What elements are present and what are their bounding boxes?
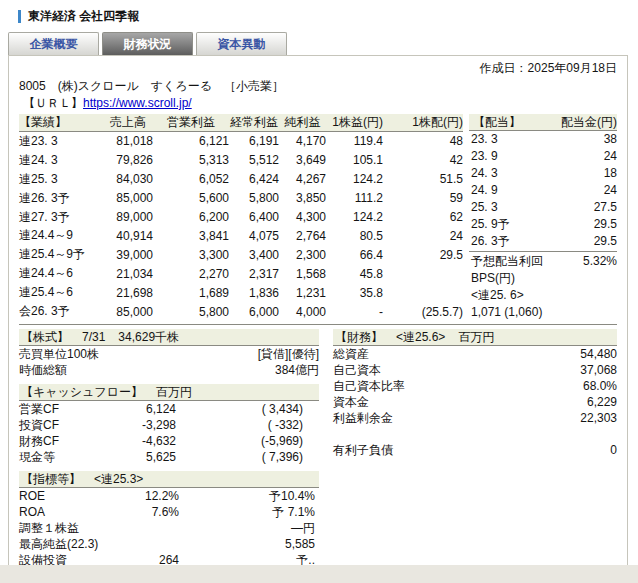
cashflow-header-title: 【キャッシュフロー】	[21, 384, 143, 400]
perf-header-net-profit: 純利益	[279, 114, 326, 132]
dividend-row: 23. 924	[469, 148, 617, 165]
indicators-header-title: 【指標等】	[21, 471, 81, 487]
finance-row: 自己資本比率68.0%	[333, 378, 617, 394]
perf-value-cell: 2,764	[279, 227, 326, 246]
url-label: 【ＵＲＬ】	[23, 96, 83, 110]
table-row: 連23. 381,0186,1216,1914,170119.448	[19, 132, 463, 151]
table-row: 連26. 3予85,0005,6005,8003,850111.259	[19, 189, 463, 208]
cashflow-row-label: 投資CF	[19, 417, 114, 433]
title-accent-bar	[18, 10, 21, 23]
perf-value-cell: 6,000	[229, 302, 279, 321]
finance-row-label: 自己資本比率	[333, 378, 405, 394]
cashflow-row-value: -4,632	[114, 433, 176, 449]
perf-period-cell: 連25.4～6	[19, 283, 103, 302]
dividend-yield-row: 予想配当利回 5.32%	[469, 253, 617, 270]
perf-value-cell: 4,075	[229, 227, 279, 246]
indicator-row: ROA7.6%予 7.1%	[19, 504, 319, 520]
dividend-period: 23. 3	[469, 131, 498, 148]
dividend-amount: 29.5	[594, 216, 617, 233]
content-box: 作成日：2025年09月18日 8005 (株)スクロール すくろーる ［小売業…	[8, 55, 628, 583]
tab-company-overview[interactable]: 企業概要	[8, 32, 99, 55]
bps-value-row: 1,071 (1,060)	[469, 304, 617, 321]
dividend-header-amount: 配当金(円)	[561, 114, 617, 130]
url-line: 【ＵＲＬ】https://www.scroll.jp/	[19, 95, 617, 112]
lower-area: 【株式】 7/31 34,629千株 売買単位100株[貸借][優待]時価総額3…	[19, 329, 617, 583]
perf-value-cell: 4,300	[279, 208, 326, 227]
perf-period-cell: 連23. 3	[19, 132, 103, 151]
perf-value-cell: 85,000	[103, 189, 153, 208]
tab-capital-changes[interactable]: 資本異動	[196, 32, 287, 55]
url-link[interactable]: https://www.scroll.jp/	[83, 96, 192, 110]
dividend-yield-label: 予想配当利回	[469, 253, 543, 270]
page-title: 東洋経済 会社四季報	[18, 8, 638, 24]
bps-label: BPS(円)	[469, 270, 515, 287]
finance-row-label	[333, 426, 336, 442]
perf-value-cell: 3,850	[279, 189, 326, 208]
dividend-row: 26. 3予29.5	[469, 233, 617, 250]
perf-value-cell: 1,568	[279, 264, 326, 283]
table-row: 連25. 384,0306,0526,4244,267124.251.5	[19, 170, 463, 189]
perf-value-cell: 124.2	[326, 170, 383, 189]
perf-period-cell: 連24.4～6	[19, 264, 103, 283]
dividend-header-title: 【配当】	[471, 114, 521, 130]
tab-bar: 企業概要 財務状況 資本異動	[8, 32, 638, 55]
stock-row-label: 時価総額	[19, 362, 67, 378]
perf-value-cell: 6,200	[153, 208, 229, 227]
perf-value-cell: 62	[383, 208, 463, 227]
dividend-row: 24. 318	[469, 165, 617, 182]
finance-row-value: 37,068	[580, 362, 617, 378]
perf-value-cell: 59	[383, 189, 463, 208]
perf-value-cell: 24	[383, 227, 463, 246]
finance-row: 自己資本37,068	[333, 362, 617, 378]
bps-value: 1,071 (1,060)	[469, 304, 542, 321]
performance-header-row: 【業績】 売上高 営業利益 経常利益 純利益 1株益(円) 1株配(円)	[19, 114, 463, 132]
tab-financial-status[interactable]: 財務状況	[102, 32, 193, 55]
cashflow-row: 財務CF-4,632(-5,969)	[19, 433, 319, 449]
perf-value-cell: 2,300	[279, 245, 326, 264]
finance-row-label: 自己資本	[333, 362, 381, 378]
stock-row-value: [貸借][優待]	[258, 346, 319, 362]
perf-value-cell: (25.5.7)	[383, 302, 463, 321]
perf-header-dps: 1株配(円)	[383, 114, 463, 132]
table-row: 会26. 3予85,0005,8006,0004,000-(25.5.7)	[19, 302, 463, 321]
perf-value-cell: 5,512	[229, 151, 279, 170]
perf-value-cell: 6,424	[229, 170, 279, 189]
finance-header-title: 【財務】	[335, 329, 383, 345]
perf-value-cell	[383, 283, 463, 302]
stock-header-date: 7/31	[82, 329, 105, 345]
stock-row-label: 売買単位100株	[19, 346, 99, 362]
finance-header-unit: 百万円	[458, 329, 494, 345]
finance-row-value: 54,480	[580, 346, 617, 362]
perf-period-cell: 連25.4～9予	[19, 245, 103, 264]
stock-header: 【株式】 7/31 34,629千株	[19, 329, 319, 346]
indicator-row-value: 7.6%	[114, 504, 179, 520]
section-divider	[19, 324, 617, 325]
page-bottom-strip	[0, 565, 638, 583]
table-row: 連24.4～621,0342,2702,3171,56845.8	[19, 264, 463, 283]
bps-period-row: <連25. 6>	[469, 287, 617, 304]
perf-value-cell: 124.2	[326, 208, 383, 227]
lower-right-column: 【財務】 <連25.6> 百万円 総資産54,480自己資本37,068自己資本…	[333, 329, 617, 583]
perf-value-cell: 5,800	[153, 302, 229, 321]
indicators-header-period: <連25.3>	[94, 471, 143, 487]
perf-value-cell: 4,000	[279, 302, 326, 321]
indicator-row-forecast: 5,585	[179, 536, 319, 552]
perf-value-cell: 29.5	[383, 245, 463, 264]
finance-header: 【財務】 <連25.6> 百万円	[333, 329, 617, 346]
perf-value-cell: 119.4	[326, 132, 383, 151]
cashflow-row: 営業CF6,124( 3,434)	[19, 401, 319, 417]
perf-period-cell: 連24.4～9	[19, 227, 103, 246]
cashflow-row-value: 6,124	[114, 401, 176, 417]
perf-value-cell: 66.4	[326, 245, 383, 264]
dividend-row: 25. 9予29.5	[469, 216, 617, 233]
dividend-yield-value: 5.32%	[583, 253, 617, 270]
cashflow-row-label: 営業CF	[19, 401, 114, 417]
indicator-row-forecast: 予 7.1%	[179, 504, 319, 520]
perf-value-cell: -	[326, 302, 383, 321]
perf-value-cell: 48	[383, 132, 463, 151]
stock-header-title: 【株式】	[21, 329, 69, 345]
perf-value-cell: 51.5	[383, 170, 463, 189]
perf-header-sales: 売上高	[103, 114, 153, 132]
perf-value-cell: 35.8	[326, 283, 383, 302]
perf-value-cell: 3,841	[153, 227, 229, 246]
